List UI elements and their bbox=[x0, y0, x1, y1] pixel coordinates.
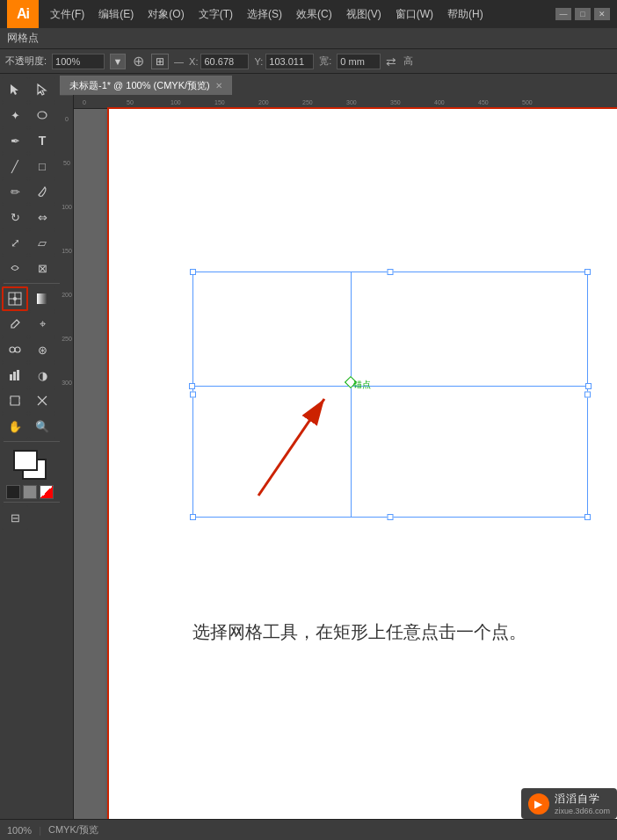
tool-row-selection bbox=[2, 77, 58, 102]
svg-rect-5 bbox=[37, 293, 47, 304]
menu-text[interactable]: 文字(T) bbox=[192, 4, 239, 25]
options-bar: 不透明度: ▼ ⊕ ⊞ — X: Y: 宽: ⇄ 高 bbox=[0, 49, 617, 74]
svg-text:200: 200 bbox=[258, 99, 269, 105]
tool-row-extra: ⊟ bbox=[2, 505, 58, 530]
rectangle-tool[interactable]: □ bbox=[29, 154, 55, 178]
tool-row-mesh bbox=[2, 286, 58, 311]
tool-row-graph: ◑ bbox=[2, 363, 58, 387]
opacity-btn[interactable]: ▼ bbox=[110, 54, 126, 69]
pen-tool[interactable]: ✒ bbox=[2, 128, 28, 153]
menu-view[interactable]: 视图(V) bbox=[340, 4, 388, 25]
window-controls: — □ ✕ bbox=[555, 8, 610, 20]
width-input[interactable] bbox=[337, 54, 381, 69]
svg-point-4 bbox=[13, 297, 17, 301]
watermark-brand: 滔滔自学 bbox=[555, 792, 610, 807]
menu-window[interactable]: 窗口(W) bbox=[389, 4, 439, 25]
watermark-url: zixue.3d66.com bbox=[555, 807, 610, 815]
status-text: 100% bbox=[7, 825, 32, 836]
y-coord-group: Y: bbox=[254, 54, 314, 69]
svg-text:0: 0 bbox=[83, 99, 86, 105]
menu-edit[interactable]: 编辑(E) bbox=[92, 4, 140, 25]
measure-tool[interactable]: ⌖ bbox=[29, 312, 55, 337]
document-tab[interactable]: 未标题-1* @ 100% (CMYK/预览) ✕ bbox=[60, 76, 232, 95]
svg-rect-9 bbox=[13, 372, 16, 380]
handle-ml bbox=[190, 392, 196, 398]
tool-row-line: ╱ □ bbox=[2, 154, 58, 178]
top-ruler: 0 50 100 150 200 250 300 350 400 450 500 bbox=[74, 95, 617, 109]
line-tool[interactable]: ╱ bbox=[2, 154, 28, 178]
y-label: Y: bbox=[254, 56, 263, 67]
menu-select[interactable]: 选择(S) bbox=[241, 4, 288, 25]
none-icon[interactable] bbox=[6, 485, 20, 499]
instruction-content: 选择网格工具，在矩形上任意点击一个点。 bbox=[192, 622, 526, 641]
gradient-icon[interactable] bbox=[23, 485, 37, 499]
x-label: X: bbox=[189, 56, 198, 67]
menu-bar: 文件(F) 编辑(E) 对象(O) 文字(T) 选择(S) 效果(C) 视图(V… bbox=[44, 4, 550, 25]
none-fill-icon[interactable] bbox=[40, 485, 54, 499]
gradient-tool[interactable] bbox=[29, 286, 55, 311]
free-transform-tool[interactable]: ⊠ bbox=[29, 256, 55, 280]
zoom-tool[interactable]: 🔍 bbox=[29, 414, 55, 438]
tool-row-eyedropper: ⌖ bbox=[2, 312, 58, 337]
watermark: ▶ 滔滔自学 zixue.3d66.com bbox=[521, 788, 617, 819]
pie-chart-tool[interactable]: ◑ bbox=[29, 363, 55, 387]
svg-rect-8 bbox=[10, 374, 12, 380]
direct-selection-tool[interactable] bbox=[29, 77, 55, 102]
change-screen-mode[interactable]: ⊟ bbox=[2, 505, 28, 530]
svg-text:250: 250 bbox=[302, 99, 313, 105]
slice-tool[interactable] bbox=[29, 388, 55, 413]
tool-row-pencil: ✏ bbox=[2, 179, 58, 204]
high-label: 高 bbox=[403, 54, 413, 68]
brush-tool[interactable] bbox=[29, 179, 55, 204]
magic-wand-tool[interactable]: ✦ bbox=[2, 103, 28, 127]
globe-icon: ⊕ bbox=[133, 53, 144, 69]
svg-rect-10 bbox=[17, 370, 19, 380]
hand-tool[interactable]: ✋ bbox=[2, 414, 28, 438]
minimize-button[interactable]: — bbox=[555, 8, 571, 20]
rotate-tool[interactable]: ↻ bbox=[2, 205, 28, 229]
left-ruler: 0 50 100 150 200 250 300 bbox=[60, 95, 74, 819]
handle-br bbox=[584, 514, 591, 520]
pencil-tool[interactable]: ✏ bbox=[2, 179, 28, 204]
shear-tool[interactable]: ▱ bbox=[29, 230, 55, 255]
opacity-input[interactable] bbox=[52, 54, 105, 69]
type-tool[interactable]: T bbox=[29, 128, 55, 153]
mask-options[interactable]: ⊞ bbox=[151, 54, 169, 69]
link-btn[interactable]: ⇄ bbox=[386, 54, 396, 69]
scale-tool[interactable]: ⤢ bbox=[2, 230, 28, 255]
handle-bl bbox=[190, 514, 196, 520]
column-graph-tool[interactable] bbox=[2, 363, 28, 387]
x-input[interactable] bbox=[200, 54, 249, 69]
fill-stroke-indicator[interactable] bbox=[10, 446, 50, 482]
symbol-tool[interactable]: ⊛ bbox=[29, 337, 55, 362]
toolbar: ✦ ✒ T ╱ □ ✏ ↻ ⇔ ⤢ ▱ bbox=[0, 74, 60, 819]
handle-bc bbox=[388, 514, 394, 520]
instruction-arrow bbox=[223, 381, 364, 531]
reflect-tool[interactable]: ⇔ bbox=[29, 205, 55, 229]
menu-help[interactable]: 帮助(H) bbox=[441, 4, 490, 25]
selection-tool[interactable] bbox=[2, 77, 28, 102]
main-layout: ✦ ✒ T ╱ □ ✏ ↻ ⇔ ⤢ ▱ bbox=[0, 74, 617, 819]
menu-object[interactable]: 对象(O) bbox=[142, 4, 190, 25]
eyedropper-tool[interactable] bbox=[2, 312, 28, 337]
svg-text:450: 450 bbox=[478, 99, 489, 105]
warp-tool[interactable] bbox=[2, 256, 28, 280]
tool-row-pen: ✒ T bbox=[2, 128, 58, 153]
maximize-button[interactable]: □ bbox=[575, 8, 591, 20]
artboard-tool[interactable] bbox=[2, 388, 28, 413]
ai-logo: Ai bbox=[7, 0, 39, 28]
svg-text:50: 50 bbox=[127, 99, 134, 105]
fill-color-box[interactable] bbox=[13, 450, 38, 471]
lasso-tool[interactable] bbox=[29, 103, 55, 127]
y-input[interactable] bbox=[265, 54, 314, 69]
handle-div-l bbox=[189, 383, 195, 389]
svg-rect-11 bbox=[11, 396, 19, 405]
menu-effect[interactable]: 效果(C) bbox=[290, 4, 338, 25]
menu-file[interactable]: 文件(F) bbox=[44, 4, 91, 25]
close-button[interactable]: ✕ bbox=[594, 8, 610, 20]
blend-tool[interactable] bbox=[2, 337, 28, 362]
tab-close-button[interactable]: ✕ bbox=[215, 81, 222, 91]
tool-separator-1 bbox=[4, 283, 60, 284]
dash-icon: — bbox=[174, 56, 184, 67]
mesh-tool[interactable] bbox=[2, 286, 28, 311]
